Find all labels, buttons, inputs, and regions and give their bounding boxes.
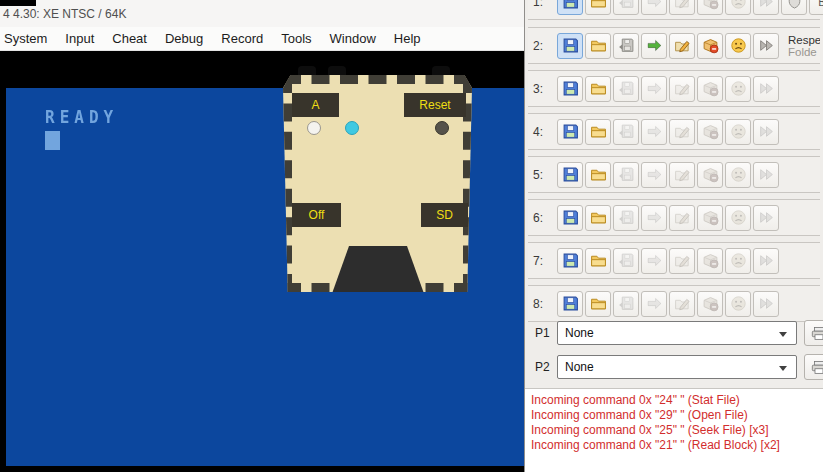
mount-folder-button[interactable] bbox=[585, 162, 611, 188]
write-protect-button[interactable] bbox=[697, 33, 723, 59]
happy-mode-button[interactable] bbox=[725, 119, 751, 145]
mount-image-button[interactable] bbox=[557, 119, 583, 145]
happy-mode-button[interactable] bbox=[725, 0, 751, 15]
mount-folder-button[interactable] bbox=[585, 0, 611, 15]
speed-button[interactable] bbox=[753, 248, 779, 274]
menu-item-system[interactable]: System bbox=[0, 27, 56, 50]
write-protect-button[interactable] bbox=[697, 0, 723, 15]
floppy-icon bbox=[562, 166, 579, 183]
edit-disk-button[interactable] bbox=[669, 291, 695, 317]
activity-led bbox=[345, 121, 359, 135]
next-side-button[interactable] bbox=[641, 0, 667, 15]
folder-icon bbox=[590, 252, 607, 269]
menu-item-record[interactable]: Record bbox=[212, 27, 272, 50]
eject-button[interactable] bbox=[613, 248, 639, 274]
write-protect-button[interactable] bbox=[697, 248, 723, 274]
device-button-sd[interactable]: SD bbox=[421, 203, 468, 227]
connector-pin bbox=[395, 299, 404, 308]
menu-item-help[interactable]: Help bbox=[385, 27, 430, 50]
device-button-reset[interactable]: Reset bbox=[404, 93, 466, 117]
edit-disk-button[interactable] bbox=[669, 248, 695, 274]
printer-view-button-p1[interactable] bbox=[804, 320, 823, 346]
eject-button[interactable] bbox=[613, 0, 639, 15]
happy-mode-button[interactable] bbox=[725, 162, 751, 188]
next-side-button[interactable] bbox=[641, 291, 667, 317]
connector-pin bbox=[367, 299, 376, 308]
edit-disk-button[interactable] bbox=[669, 0, 695, 15]
next-side-button[interactable] bbox=[641, 119, 667, 145]
speed-button[interactable] bbox=[753, 33, 779, 59]
printer-row-p1: P1 None bbox=[525, 319, 823, 347]
menu-item-tools[interactable]: Tools bbox=[272, 27, 320, 50]
connector-pin bbox=[374, 312, 383, 321]
next-side-button[interactable] bbox=[641, 162, 667, 188]
eject-button[interactable] bbox=[613, 205, 639, 231]
next-side-button[interactable] bbox=[641, 76, 667, 102]
write-protect-button[interactable] bbox=[697, 162, 723, 188]
mount-folder-button[interactable] bbox=[585, 291, 611, 317]
happy-mode-button[interactable] bbox=[725, 291, 751, 317]
connector-pin bbox=[416, 312, 425, 321]
mount-folder-button[interactable] bbox=[585, 33, 611, 59]
connector-pin bbox=[353, 299, 362, 308]
eject-button[interactable] bbox=[613, 33, 639, 59]
eject-button[interactable] bbox=[613, 291, 639, 317]
device-button-off[interactable]: Off bbox=[292, 203, 341, 227]
button-b[interactable]: B bbox=[809, 0, 823, 15]
edit-disk-button[interactable] bbox=[669, 162, 695, 188]
device-button-a[interactable]: A bbox=[292, 93, 339, 117]
chip-mode-button[interactable] bbox=[781, 0, 807, 15]
mount-image-button[interactable] bbox=[557, 0, 583, 15]
write-protect-button[interactable] bbox=[697, 76, 723, 102]
edit-icon bbox=[674, 37, 691, 54]
speed-button[interactable] bbox=[753, 76, 779, 102]
mount-folder-button[interactable] bbox=[585, 248, 611, 274]
speed-button[interactable] bbox=[753, 291, 779, 317]
eject-button[interactable] bbox=[613, 119, 639, 145]
happy-mode-button[interactable] bbox=[725, 76, 751, 102]
eject-icon bbox=[618, 295, 635, 312]
next-side-button[interactable] bbox=[641, 248, 667, 274]
mount-image-button[interactable] bbox=[557, 162, 583, 188]
eject-button[interactable] bbox=[613, 162, 639, 188]
mount-image-button[interactable] bbox=[557, 205, 583, 231]
speed-button[interactable] bbox=[753, 162, 779, 188]
write-protect-button[interactable] bbox=[697, 205, 723, 231]
edit-disk-button[interactable] bbox=[669, 33, 695, 59]
printer-view-button-p2[interactable] bbox=[804, 354, 823, 380]
device-body: A Reset Off SD bbox=[283, 75, 472, 292]
eject-button[interactable] bbox=[613, 76, 639, 102]
next-side-button[interactable] bbox=[641, 33, 667, 59]
power-led bbox=[307, 121, 321, 135]
mount-image-button[interactable] bbox=[557, 76, 583, 102]
next-side-button[interactable] bbox=[641, 205, 667, 231]
printer-select-p1[interactable]: None bbox=[557, 321, 797, 345]
menu-item-debug[interactable]: Debug bbox=[156, 27, 212, 50]
mount-image-button[interactable] bbox=[557, 291, 583, 317]
mount-image-button[interactable] bbox=[557, 248, 583, 274]
edit-disk-button[interactable] bbox=[669, 205, 695, 231]
menu-item-cheat[interactable]: Cheat bbox=[103, 27, 156, 50]
happy-mode-button[interactable] bbox=[725, 33, 751, 59]
edit-disk-button[interactable] bbox=[669, 76, 695, 102]
speed-button[interactable] bbox=[753, 119, 779, 145]
mount-folder-button[interactable] bbox=[585, 205, 611, 231]
menu-item-window[interactable]: Window bbox=[321, 27, 385, 50]
write-protect-button[interactable] bbox=[697, 119, 723, 145]
printer-select-p2[interactable]: None bbox=[557, 355, 797, 379]
sad-face-icon bbox=[730, 37, 747, 54]
mount-folder-button[interactable] bbox=[585, 76, 611, 102]
printer-row-p2: P2 None bbox=[525, 353, 823, 381]
mount-folder-button[interactable] bbox=[585, 119, 611, 145]
menu-item-input[interactable]: Input bbox=[56, 27, 103, 50]
sio-device: A Reset Off SD bbox=[280, 64, 476, 322]
drive-number-label: 8: bbox=[533, 297, 550, 311]
write-protect-button[interactable] bbox=[697, 291, 723, 317]
happy-mode-button[interactable] bbox=[725, 248, 751, 274]
speed-button[interactable] bbox=[753, 205, 779, 231]
happy-mode-button[interactable] bbox=[725, 205, 751, 231]
edit-disk-button[interactable] bbox=[669, 119, 695, 145]
mount-image-button[interactable] bbox=[557, 33, 583, 59]
log-line: Incoming command 0x "24" " (Stat File) bbox=[531, 393, 823, 408]
speed-button[interactable] bbox=[753, 0, 779, 15]
